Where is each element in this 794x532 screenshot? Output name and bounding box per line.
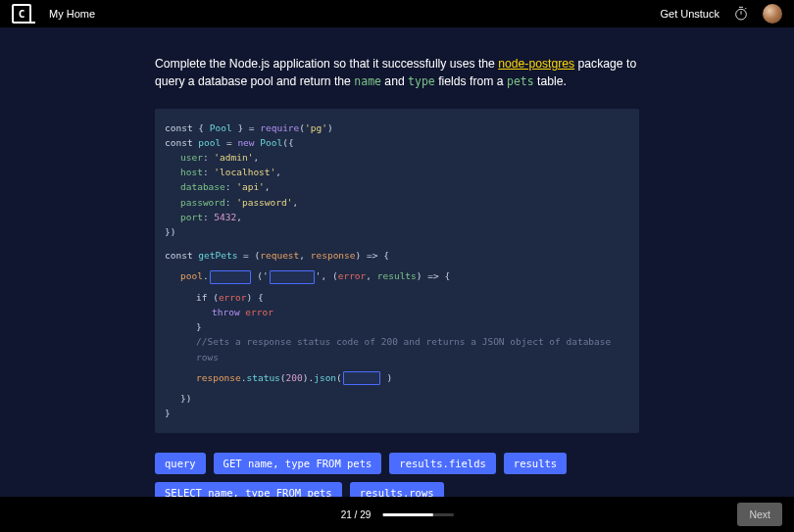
chip-results-fields[interactable]: results.fields xyxy=(389,453,496,474)
next-button[interactable]: Next xyxy=(737,503,782,526)
node-postgres-link[interactable]: node-postgres xyxy=(498,57,574,71)
main-content: Complete the Node.js application so that… xyxy=(0,27,794,532)
blank-1[interactable] xyxy=(210,270,251,284)
progress-text: 21 / 29 xyxy=(341,509,372,520)
chip-results[interactable]: results xyxy=(504,453,567,474)
question-prompt: Complete the Node.js application so that… xyxy=(155,55,639,91)
get-unstuck-button[interactable]: Get Unstuck xyxy=(660,8,720,20)
logo[interactable]: C xyxy=(12,4,31,24)
blank-3[interactable] xyxy=(343,371,380,385)
svg-line-3 xyxy=(745,8,746,9)
progress-fill xyxy=(382,513,433,516)
chip-query[interactable]: query xyxy=(155,453,206,474)
logo-letter: C xyxy=(19,8,25,21)
top-bar: C My Home Get Unstuck xyxy=(0,0,794,27)
footer-bar: 21 / 29 Next xyxy=(0,497,794,532)
progress-bar xyxy=(382,513,453,516)
my-home-link[interactable]: My Home xyxy=(49,8,95,20)
chip-get-name-type[interactable]: GET name, type FROM pets xyxy=(214,453,382,474)
code-block: const { Pool } = require('pg') const poo… xyxy=(155,109,639,433)
avatar[interactable] xyxy=(763,4,782,24)
progress: 21 / 29 xyxy=(341,509,454,520)
blank-2[interactable] xyxy=(270,270,315,284)
answer-chips: query GET name, type FROM pets results.f… xyxy=(155,453,639,504)
timer-icon[interactable] xyxy=(733,6,749,22)
